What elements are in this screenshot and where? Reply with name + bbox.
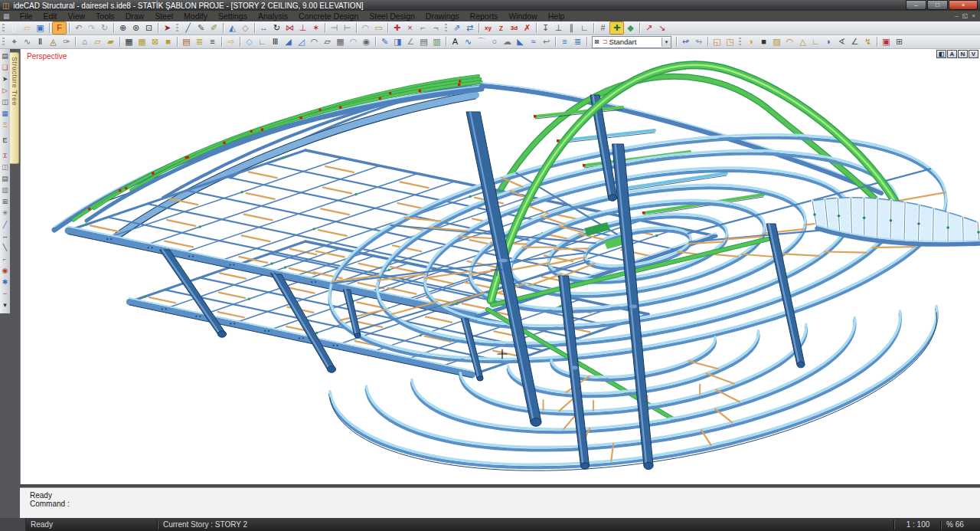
ramp-tool-icon[interactable]: ◢ — [282, 36, 295, 48]
undo-icon[interactable]: ↶ — [72, 22, 85, 34]
snap-parallel-icon[interactable]: ∥ — [565, 22, 578, 34]
slab-tool-icon[interactable]: ▱ — [91, 36, 104, 48]
rotate-copy-icon[interactable]: ✶ — [309, 22, 322, 34]
draw-pencil-icon[interactable]: ✎ — [194, 22, 207, 34]
snap-vertical-icon[interactable]: ↧ — [539, 22, 552, 34]
grid-yellow-icon[interactable]: ▦ — [136, 36, 149, 48]
render-hatch-icon[interactable]: ▨ — [770, 36, 783, 48]
new-file-icon[interactable]: ▯ — [8, 22, 21, 34]
section-cut-icon[interactable]: Ɪ — [1, 150, 10, 162]
menu-concrete-design[interactable]: Concrete Design — [293, 11, 364, 21]
region-tool-icon[interactable]: ▭ — [372, 22, 385, 34]
fictive-loads-icon[interactable]: F — [52, 21, 67, 34]
move-icon[interactable]: ↔ — [257, 22, 270, 34]
toolbar-grip[interactable] — [739, 38, 741, 47]
menu-help[interactable]: Help — [543, 11, 570, 21]
mirror-icon[interactable]: ⋈ — [283, 22, 296, 34]
open-file-icon[interactable]: ▱ — [21, 22, 34, 34]
angle-wall-tool-icon[interactable]: ∠ — [404, 36, 417, 48]
divide-icon[interactable]: × — [403, 22, 416, 34]
menu-drawings[interactable]: Drawings — [420, 11, 465, 21]
trim-icon[interactable]: ⊣ — [328, 22, 341, 34]
copy-visual-icon[interactable]: ◫ — [1, 97, 10, 108]
perspective-view-button[interactable]: V — [969, 50, 978, 58]
folder-tool-icon[interactable]: ▱ — [321, 36, 334, 48]
ucs-rotate-icon[interactable]: ⇄ — [463, 22, 476, 34]
plan-view-button[interactable]: N — [958, 50, 968, 58]
cloud-tool-icon[interactable]: ☁ — [501, 36, 514, 48]
spline-tool-icon[interactable]: ∿ — [462, 36, 475, 48]
slope-tool-icon[interactable]: ◣ — [514, 36, 527, 48]
draw-line-icon[interactable]: ╱ — [181, 22, 194, 34]
mdi-restore-button[interactable]: ◱ — [962, 13, 969, 19]
window-maximize-button[interactable]: □ — [927, 0, 948, 10]
sheet-copy-icon[interactable]: ▥ — [1, 185, 10, 196]
style-combo[interactable]: ⊠⊐Standart▾ — [592, 36, 671, 48]
coord-3d-icon[interactable]: 3d — [508, 22, 521, 34]
command-panel[interactable]: Ready Command : — [20, 487, 980, 518]
combo-dropdown-arrow[interactable]: ▾ — [662, 38, 671, 47]
redo-icon[interactable]: ↷ — [85, 22, 98, 34]
menu-analysis[interactable]: Analysis — [253, 11, 293, 21]
point-marker-icon[interactable]: ↗ — [642, 22, 655, 34]
repeat-command-icon[interactable]: ↻ — [98, 22, 111, 34]
stair-tool-icon[interactable]: ≣ — [193, 36, 206, 48]
mirror-axis-icon[interactable]: ⊥ — [296, 22, 309, 34]
pick-layers-icon[interactable]: ➤ — [1, 74, 10, 85]
toolbar-grip[interactable] — [2, 24, 5, 33]
render-solid-icon[interactable]: ■ — [757, 36, 770, 48]
export-view-icon[interactable]: ▤ — [1, 51, 10, 62]
cascade-windows-icon[interactable]: ◳ — [724, 36, 737, 48]
menu-edit[interactable]: Edit — [38, 11, 62, 21]
axonometric-view-button[interactable]: A — [947, 50, 957, 58]
joint-tool-icon[interactable]: ⌖ — [8, 36, 21, 48]
mdi-system-icon[interactable]: ▦ — [3, 12, 10, 20]
rotate-icon[interactable]: ↻ — [270, 22, 283, 34]
snap-corner-icon[interactable]: ∟ — [578, 22, 591, 34]
slanted-slab-tool-icon[interactable]: ▰ — [104, 36, 117, 48]
menu-reports[interactable]: Reports — [465, 11, 504, 21]
report-table-icon[interactable]: ▦ — [1, 108, 10, 120]
grid-filled-icon[interactable]: ■ — [162, 36, 175, 48]
chamfer-icon[interactable]: ¬ — [430, 22, 443, 34]
brace-tool-icon[interactable]: ✑ — [60, 36, 73, 48]
extend-icon[interactable]: ⊢ — [341, 22, 354, 34]
maximize-viewport-button[interactable]: ◧ — [936, 50, 946, 58]
dome-roof-tool-icon[interactable]: ◠ — [308, 36, 321, 48]
toolbar-grip[interactable] — [2, 38, 5, 47]
corner-wall-tool-icon[interactable]: ∟ — [256, 36, 269, 48]
menu-window[interactable]: Window — [503, 11, 542, 21]
menu-settings[interactable]: Settings — [213, 11, 253, 21]
window-minimize-button[interactable]: – — [906, 0, 926, 10]
tile-windows-icon[interactable]: ◱ — [710, 36, 724, 48]
pour-tool-icon[interactable]: ✎ — [378, 36, 391, 48]
render-shade-icon[interactable]: ◗ — [822, 36, 835, 48]
render-pyramid-icon[interactable]: △ — [796, 36, 809, 48]
more-tools-icon[interactable]: ▾ — [1, 300, 10, 311]
layers-tool-icon[interactable]: ≡ — [558, 36, 571, 48]
truss-tool-icon[interactable]: ◬ — [47, 36, 60, 48]
grid-window-tool-icon[interactable]: ⊞ — [893, 36, 906, 48]
layer-states-tool-icon[interactable]: ≣ — [571, 36, 584, 48]
draw-diagonal-icon[interactable]: ╲ — [1, 242, 10, 254]
render-dome-icon[interactable]: ◠ — [783, 36, 796, 48]
snap-settings-icon[interactable]: ◆ — [624, 22, 637, 34]
toolbar-grip[interactable] — [176, 24, 178, 33]
snap-perpendicular-icon[interactable]: ⊥ — [552, 22, 565, 34]
toolbar-grip[interactable] — [445, 24, 447, 33]
curtain-wall-tool-icon[interactable]: ▤ — [417, 36, 430, 48]
draw-polyline-icon[interactable]: ✐ — [207, 22, 220, 34]
select-region-icon[interactable]: ◭ — [226, 22, 239, 34]
save-file-icon[interactable]: ▣ — [34, 22, 47, 34]
menu-tools[interactable]: Tools — [90, 11, 120, 21]
pipe-corner-icon[interactable]: ⌐ — [1, 254, 10, 265]
spiral-tool-icon[interactable]: ◉ — [360, 36, 373, 48]
copy-sheet-icon[interactable]: ◫ — [1, 162, 10, 173]
select-polygon-icon[interactable]: ◇ — [239, 22, 252, 34]
rail-tool-icon[interactable]: ≡ — [206, 36, 219, 48]
node-gear-icon[interactable]: ✳ — [1, 208, 10, 219]
coord-z-icon[interactable]: z — [495, 22, 508, 34]
menu-steel[interactable]: Steel — [149, 11, 178, 21]
render-angle-icon[interactable]: ∟ — [809, 36, 822, 48]
circle-tool-icon[interactable]: ○ — [488, 36, 501, 48]
